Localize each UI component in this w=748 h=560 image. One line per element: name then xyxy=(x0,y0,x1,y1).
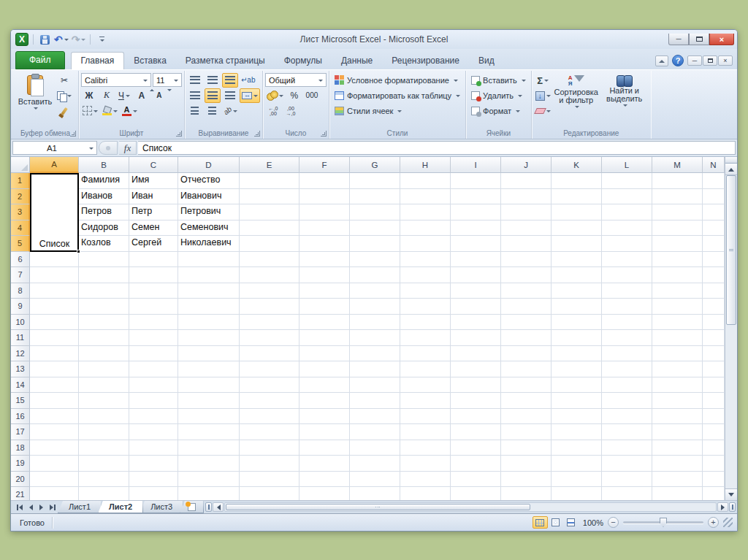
cell-C11[interactable] xyxy=(129,330,178,346)
row-header-6[interactable]: 6 xyxy=(11,252,30,268)
cell-L9[interactable] xyxy=(602,299,652,315)
cell-H14[interactable] xyxy=(400,377,451,394)
cell-L18[interactable] xyxy=(602,440,652,456)
cell-H3[interactable] xyxy=(400,204,451,220)
cell-N14[interactable] xyxy=(703,377,725,394)
cell-I19[interactable] xyxy=(451,456,501,472)
cell-K19[interactable] xyxy=(552,456,602,472)
cell-L16[interactable] xyxy=(602,409,652,425)
cell-E10[interactable] xyxy=(240,315,299,331)
cell-B3[interactable]: Петров xyxy=(79,204,129,220)
cell-C17[interactable] xyxy=(129,424,178,440)
cell-F12[interactable] xyxy=(299,346,350,362)
cell-H4[interactable] xyxy=(400,220,451,237)
cell-A12[interactable] xyxy=(30,346,79,362)
column-header-H[interactable]: H xyxy=(400,157,451,173)
increase-decimal-button[interactable]: ←,0 ,00 xyxy=(265,104,281,118)
cell-N3[interactable] xyxy=(703,204,725,220)
cell-K12[interactable] xyxy=(552,346,602,362)
cell-D18[interactable] xyxy=(178,440,240,456)
cell-M15[interactable] xyxy=(652,393,703,409)
cell-I12[interactable] xyxy=(451,346,501,362)
undo-button[interactable]: ↶ xyxy=(54,33,69,46)
cell-G14[interactable] xyxy=(350,377,400,394)
cell-L1[interactable] xyxy=(602,173,652,189)
cell-J17[interactable] xyxy=(501,424,552,440)
cell-C8[interactable] xyxy=(129,283,178,299)
cell-G21[interactable] xyxy=(350,487,400,500)
cell-F13[interactable] xyxy=(299,361,350,377)
cell-C9[interactable] xyxy=(129,299,178,315)
cell-H18[interactable] xyxy=(400,440,451,456)
cell-I18[interactable] xyxy=(451,440,501,456)
cell-N4[interactable] xyxy=(703,220,725,237)
column-header-J[interactable]: J xyxy=(501,157,552,173)
cell-J15[interactable] xyxy=(501,393,552,409)
cell-G13[interactable] xyxy=(350,361,400,377)
cell-E13[interactable] xyxy=(240,361,299,377)
cell-H1[interactable] xyxy=(400,173,451,189)
normal-view-button[interactable] xyxy=(533,516,548,529)
cell-B14[interactable] xyxy=(79,377,129,394)
cell-I14[interactable] xyxy=(451,377,501,394)
cell-F8[interactable] xyxy=(299,283,350,299)
cell-C15[interactable] xyxy=(129,393,178,409)
cell-F1[interactable] xyxy=(299,173,350,189)
cell-A17[interactable] xyxy=(30,424,79,440)
cell-K17[interactable] xyxy=(552,424,602,440)
cell-I6[interactable] xyxy=(451,252,501,268)
row-header-21[interactable]: 21 xyxy=(11,487,30,500)
cell-K11[interactable] xyxy=(552,330,602,346)
cell-K7[interactable] xyxy=(552,267,602,283)
cell-J2[interactable] xyxy=(501,189,552,205)
maximize-button[interactable] xyxy=(689,34,709,45)
cell-D2[interactable]: Иванович xyxy=(178,189,240,205)
cell-F9[interactable] xyxy=(299,299,350,315)
cell-D11[interactable] xyxy=(178,330,240,346)
row-header-16[interactable]: 16 xyxy=(11,409,30,425)
italic-button[interactable]: К xyxy=(99,88,115,103)
cell-B15[interactable] xyxy=(79,393,129,409)
cell-I8[interactable] xyxy=(451,283,501,299)
cell-D7[interactable] xyxy=(178,267,240,283)
conditional-formatting-button[interactable]: Условное форматирование xyxy=(332,72,463,88)
cell-D8[interactable] xyxy=(178,283,240,299)
cell-H7[interactable] xyxy=(400,267,451,283)
cell-F15[interactable] xyxy=(299,393,350,409)
cell-B8[interactable] xyxy=(79,283,129,299)
cell-D21[interactable] xyxy=(178,487,240,500)
row-header-7[interactable]: 7 xyxy=(11,267,30,283)
cell-E3[interactable] xyxy=(240,204,299,220)
cell-L20[interactable] xyxy=(602,472,652,488)
cell-H12[interactable] xyxy=(400,346,451,362)
cell-J5[interactable] xyxy=(501,236,552,252)
fill-color-button[interactable] xyxy=(101,104,119,118)
cell-L6[interactable] xyxy=(602,252,652,268)
font-size-combo[interactable]: 11 xyxy=(153,73,182,87)
chevron-down-icon[interactable] xyxy=(89,147,94,152)
page-layout-view-button[interactable] xyxy=(548,516,563,529)
column-header-G[interactable]: G xyxy=(350,157,400,173)
scroll-down-button[interactable] xyxy=(725,488,737,500)
cell-A11[interactable] xyxy=(30,330,79,346)
cell-L8[interactable] xyxy=(602,283,652,299)
cell-I5[interactable] xyxy=(451,236,501,252)
comma-style-button[interactable]: 000 xyxy=(304,88,320,103)
cell-N5[interactable] xyxy=(703,236,725,252)
split-handle[interactable] xyxy=(725,157,737,164)
cell-L10[interactable] xyxy=(602,315,652,331)
cell-B21[interactable] xyxy=(79,487,129,500)
cell-B6[interactable] xyxy=(79,252,129,268)
bold-button[interactable]: Ж xyxy=(81,88,97,103)
cell-F16[interactable] xyxy=(299,409,350,425)
cell-C12[interactable] xyxy=(129,346,178,362)
cell-H11[interactable] xyxy=(400,330,451,346)
minimize-button[interactable]: ─ xyxy=(668,34,689,45)
cell-E14[interactable] xyxy=(240,377,299,394)
cell-K20[interactable] xyxy=(552,472,602,488)
cell-M20[interactable] xyxy=(652,472,703,488)
align-center-button[interactable] xyxy=(205,88,221,103)
cell-F6[interactable] xyxy=(299,252,350,268)
cell-A16[interactable] xyxy=(30,409,79,425)
cell-E6[interactable] xyxy=(240,252,299,268)
